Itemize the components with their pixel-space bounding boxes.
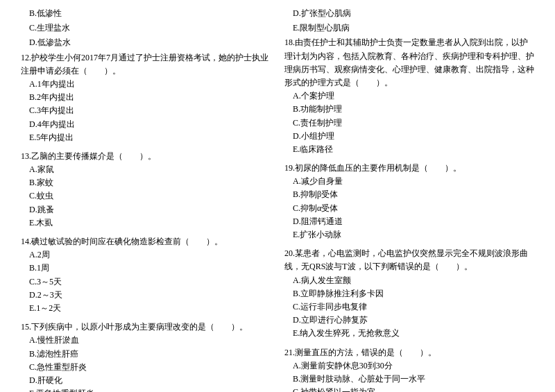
question-19: 19.初尿的降低血压的主要作用机制是（ ）。 A.减少自身量 B.抑制β受体 C… — [284, 162, 534, 241]
q14-option-d: D.2～3天 — [21, 289, 271, 302]
q15-option-b: B.滤泡性肝癌 — [21, 348, 271, 361]
q19-option-d: D.阻滞钙通道 — [284, 215, 534, 228]
q14-option-e: E.1～2天 — [21, 302, 271, 315]
q15-option-d: D.肝硬化 — [21, 374, 271, 387]
q19-option-a: A.减少自身量 — [284, 175, 534, 188]
question-20-title: 20.某患者，心电监测时，心电监护仪突然显示完全不规则波浪形曲线，无QRS波与T… — [284, 247, 534, 273]
q12-option-e: E.5年内提出 — [21, 131, 271, 144]
q15-option-e: E.亚急性重型肝炎 — [21, 387, 271, 392]
q18-option-b: B.功能制护理 — [284, 103, 534, 116]
q14-option-b: B.1周 — [21, 262, 271, 275]
question-18-title: 18.由责任护士和其辅助护士负责一定数量患者从入院到出院，以护理计划为内容，包括… — [284, 36, 534, 90]
q15-option-c: C.急性重型肝炎 — [21, 361, 271, 374]
q20-option-e: E.纳入发生猝死，无抢救意义 — [284, 327, 534, 340]
q13-option-c: C.蚊虫 — [21, 189, 271, 203]
q18-option-d: D.小组护理 — [284, 130, 534, 143]
question-18: 18.由责任护士和其辅助护士负责一定数量患者从入院到出院，以护理计划为内容，包括… — [284, 36, 534, 156]
option-c-saline: C.生理盐水 — [21, 22, 271, 35]
q12-option-b: B.2年内提出 — [21, 91, 271, 104]
q14-option-c: C.3～5天 — [21, 275, 271, 289]
q20-option-c: C.运行非同步电复律 — [284, 300, 534, 314]
question-15: 15.下列疾病中，以原小叶形成为主要病理改变的是（ ）。 A.慢性肝淤血 B.滤… — [21, 321, 271, 392]
option-e-restricted: E.限制型心肌病 — [284, 22, 534, 35]
right-column: D.扩张型心肌病 E.限制型心肌病 18.由责任护士和其辅助护士负责一定数量患者… — [284, 7, 534, 392]
question-14-title: 14.碘过敏试验的时间应在碘化物造影检查前（ ）。 — [21, 235, 271, 248]
q21-option-b: B.测量时肢动脉、心脏处于同一水平 — [284, 373, 534, 386]
q18-option-a: A.个案护理 — [284, 90, 534, 103]
q12-option-d: D.4年内提出 — [21, 118, 271, 131]
q20-option-a: A.病人发生室颤 — [284, 274, 534, 287]
option-d-low-saline: D.低渗盐水 — [21, 36, 271, 49]
question-12: 12.护校学生小何2017年7月通过了护士注册资格考试，她的护士执业注册申请必须… — [21, 51, 271, 144]
content-columns: B.低渗性 C.生理盐水 D.低渗盐水 12.护校学生小何2017年7月通过了护… — [21, 7, 534, 392]
q12-option-a: A.1年内提出 — [21, 78, 271, 91]
page: B.低渗性 C.生理盐水 D.低渗盐水 12.护校学生小何2017年7月通过了护… — [21, 7, 534, 392]
question-19-title: 19.初尿的降低血压的主要作用机制是（ ）。 — [284, 162, 534, 175]
q14-option-a: A.2周 — [21, 248, 271, 262]
q19-option-e: E.扩张小动脉 — [284, 228, 534, 241]
q21-option-a: A.测量前安静休息30到30分 — [284, 359, 534, 373]
option-b-low-permeability: B.低渗性 — [21, 7, 271, 20]
q13-option-b: B.家蚊 — [21, 176, 271, 189]
q13-option-a: A.家鼠 — [21, 163, 271, 176]
q20-option-b: B.立即静脉推注利多卡因 — [284, 287, 534, 300]
q12-option-c: C.3年内提出 — [21, 104, 271, 117]
question-21: 21.测量直压的方法，错误的是（ ）。 A.测量前安静休息30到30分 B.测量… — [284, 346, 534, 393]
question-15-title: 15.下列疾病中，以原小叶形成为主要病理改变的是（ ）。 — [21, 321, 271, 334]
q19-option-c: C.抑制α受体 — [284, 202, 534, 215]
question-13: 13.乙脑的主要传播媒介是（ ）。 A.家鼠 B.家蚊 C.蚊虫 D.跳蚤 E.… — [21, 150, 271, 230]
q13-option-e: E.木虱 — [21, 216, 271, 230]
q18-option-e: E.临床路径 — [284, 143, 534, 156]
q19-option-b: B.抑制β受体 — [284, 188, 534, 201]
q18-option-c: C.责任制护理 — [284, 117, 534, 130]
q20-option-d: D.立即进行心肺复苏 — [284, 314, 534, 327]
option-d-dilated: D.扩张型心肌病 — [284, 7, 534, 20]
question-20: 20.某患者，心电监测时，心电监护仪突然显示完全不规则波浪形曲线，无QRS波与T… — [284, 247, 534, 340]
question-13-title: 13.乙脑的主要传播媒介是（ ）。 — [21, 150, 271, 163]
q13-option-d: D.跳蚤 — [21, 203, 271, 216]
left-column: B.低渗性 C.生理盐水 D.低渗盐水 12.护校学生小何2017年7月通过了护… — [21, 7, 271, 392]
q21-option-c: C.袖带松紧以一指为宜 — [284, 386, 534, 392]
q15-option-a: A.慢性肝淤血 — [21, 334, 271, 347]
question-21-title: 21.测量直压的方法，错误的是（ ）。 — [284, 346, 534, 359]
question-14: 14.碘过敏试验的时间应在碘化物造影检查前（ ）。 A.2周 B.1周 C.3～… — [21, 235, 271, 315]
question-12-title: 12.护校学生小何2017年7月通过了护士注册资格考试，她的护士执业注册申请必须… — [21, 51, 271, 78]
